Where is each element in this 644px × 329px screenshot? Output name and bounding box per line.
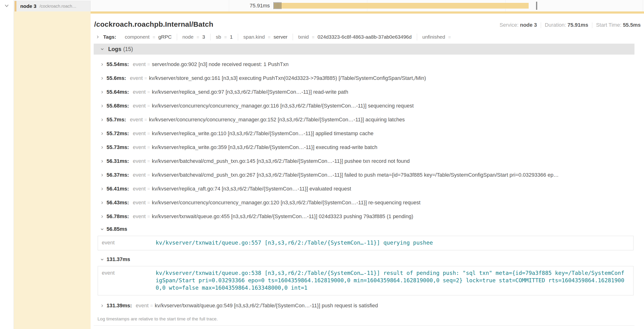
chevron-right-icon[interactable] xyxy=(100,215,105,218)
divider xyxy=(592,22,592,28)
chevron-right-icon[interactable] xyxy=(100,76,105,80)
chevron-down-icon[interactable] xyxy=(100,258,105,261)
equals-sign: = xyxy=(268,34,270,40)
start-time-label: Start Time: xyxy=(596,22,621,28)
log-row[interactable]: 56.31ms: event = kv/kvserver/batcheval/c… xyxy=(94,154,634,168)
chevron-right-icon[interactable] xyxy=(100,104,105,108)
chevron-down-icon[interactable] xyxy=(100,228,105,231)
log-timestamp: 56.43ms: xyxy=(106,200,129,206)
equals-sign: = xyxy=(152,34,155,40)
log-row[interactable]: 56.85ms xyxy=(94,224,634,235)
tag-item[interactable]: txnid = 024d3323-6c8f-4863-aa8b-37ab0e63… xyxy=(293,34,417,40)
logs-section: Logs (15) 55.54ms: event = server/node.g… xyxy=(94,44,634,326)
tag-key: component xyxy=(125,34,150,40)
log-field-key: event xyxy=(133,200,146,206)
chevron-right-icon[interactable] xyxy=(100,160,105,163)
span-title: /cockroach.roachpb.Internal/Batch xyxy=(94,20,213,28)
span-service-name: node 3 xyxy=(20,3,36,9)
log-row[interactable]: 56.43ms: event = kv/kvserver/concurrency… xyxy=(94,196,634,210)
log-field-key: event xyxy=(133,89,146,95)
divider xyxy=(541,22,541,28)
chevron-right-icon[interactable] xyxy=(100,201,105,204)
chevron-down-icon[interactable] xyxy=(100,47,105,51)
tag-key: sb xyxy=(216,34,221,40)
detail-row-service-column xyxy=(14,12,90,329)
log-row[interactable]: 55.72ms: event = kv/kvserver/replica_wri… xyxy=(94,126,634,140)
equals-sign: = xyxy=(147,186,150,192)
equals-sign: = xyxy=(147,62,150,67)
log-message: kv/kvserver/concurrency/concurrency_mana… xyxy=(152,200,634,206)
equals-sign: = xyxy=(144,76,147,81)
span-operation-name: /cockroach.roach… xyxy=(40,4,76,9)
trace-detail-screen: 75.91ms node 3 /cockroach.roach… /cockro… xyxy=(0,0,644,329)
chevron-right-icon[interactable] xyxy=(100,304,105,308)
equals-sign: = xyxy=(224,34,227,40)
logs-count: (15) xyxy=(123,46,133,52)
equals-sign: = xyxy=(147,214,150,219)
tags-label: Tags: xyxy=(103,34,116,40)
tag-item[interactable]: unfinished = xyxy=(417,34,458,40)
logs-header[interactable]: Logs (15) xyxy=(94,44,634,54)
service-color-bar xyxy=(14,1,16,12)
equals-sign: = xyxy=(147,131,150,136)
equals-sign: = xyxy=(147,172,150,178)
log-row[interactable]: 55.7ms: event = kv/kvserver/concurrency/… xyxy=(94,113,634,126)
start-time-value: 55.5ms xyxy=(623,22,641,28)
log-field-key: event xyxy=(133,103,146,109)
service-value: node 3 xyxy=(520,22,537,28)
log-row[interactable]: 131.39ms: event = kv/kvserver/txnwait/qu… xyxy=(94,299,634,312)
log-row[interactable]: 56.78ms: event = kv/kvserver/txnwait/que… xyxy=(94,210,634,224)
chevron-right-icon[interactable] xyxy=(95,35,100,39)
duration-value: 75.91ms xyxy=(568,22,588,28)
log-field-row: event kv/kvserver/txnwait/queue.go:557 [… xyxy=(98,236,633,250)
log-row[interactable]: 55.64ms: event = kv/kvserver/replica_sen… xyxy=(94,85,634,99)
log-tick-marks xyxy=(274,2,281,9)
chevron-right-icon[interactable] xyxy=(100,146,105,149)
tag-key: span.kind xyxy=(243,34,265,40)
equals-sign: = xyxy=(312,34,314,40)
chevron-down-icon[interactable] xyxy=(4,3,10,8)
tag-item[interactable]: component = gRPC xyxy=(120,34,177,40)
chevron-right-icon[interactable] xyxy=(100,187,105,191)
log-field-row: event kv/kvserver/txnwait/queue.go:538 [… xyxy=(98,266,633,295)
tag-item[interactable]: node = 3 xyxy=(177,34,210,40)
tag-value: 3 xyxy=(202,34,205,40)
log-message: kv/kvserver/replica_write.go:359 [n3,s3,… xyxy=(152,144,634,150)
tag-item[interactable]: sb = 1 xyxy=(210,34,238,40)
span-bar[interactable] xyxy=(274,3,529,8)
log-timestamp: 55.7ms: xyxy=(106,116,126,123)
log-row[interactable]: 55.6ms: event = kv/kvserver/store_send.g… xyxy=(94,71,634,85)
equals-sign: = xyxy=(147,145,150,150)
equals-sign: = xyxy=(147,103,150,108)
log-timestamp: 131.37ms xyxy=(106,256,130,262)
tags-row[interactable]: Tags: component = gRPC node = 3 sb = 1 s… xyxy=(94,30,643,44)
log-field-key: event xyxy=(130,75,143,81)
chevron-right-icon[interactable] xyxy=(100,118,105,122)
equals-sign: = xyxy=(147,90,150,95)
log-field-key: event xyxy=(133,213,146,220)
log-timestamp: 55.73ms: xyxy=(106,144,129,150)
timeline-gridline xyxy=(642,0,643,12)
tag-value: gRPC xyxy=(158,34,172,40)
chevron-right-icon[interactable] xyxy=(100,173,105,177)
log-timestamp: 56.31ms: xyxy=(106,158,129,164)
log-row[interactable]: 56.37ms: event = kv/kvserver/batcheval/c… xyxy=(94,168,634,182)
service-label: Service: xyxy=(500,22,518,28)
span-name-tab[interactable]: node 3 /cockroach.roach… xyxy=(14,1,90,12)
chevron-right-icon[interactable] xyxy=(100,132,105,136)
left-rail xyxy=(0,0,14,329)
log-message: kv/kvserver/txnwait/queue.go:455 [n3,s3,… xyxy=(152,213,634,220)
chevron-right-icon[interactable] xyxy=(100,63,105,66)
log-row[interactable]: 131.37ms xyxy=(94,254,634,265)
tag-value: 024d3323-6c8f-4863-aa8b-37ab0e63496d xyxy=(318,34,412,40)
log-row[interactable]: 56.41ms: event = kv/kvserver/replica_raf… xyxy=(94,182,634,196)
log-field-key: event xyxy=(133,172,146,178)
log-row[interactable]: 55.54ms: event = server/node.go:902 [n3]… xyxy=(94,58,634,71)
log-row[interactable]: 55.73ms: event = kv/kvserver/replica_wri… xyxy=(94,140,634,154)
tag-key: unfinished xyxy=(422,34,445,40)
log-row[interactable]: 55.68ms: event = kv/kvserver/concurrency… xyxy=(94,99,634,113)
log-timestamp: 55.6ms: xyxy=(106,75,126,81)
log-field-key: event xyxy=(133,130,146,136)
tag-item[interactable]: span.kind = server xyxy=(238,34,293,40)
chevron-right-icon[interactable] xyxy=(100,90,105,94)
